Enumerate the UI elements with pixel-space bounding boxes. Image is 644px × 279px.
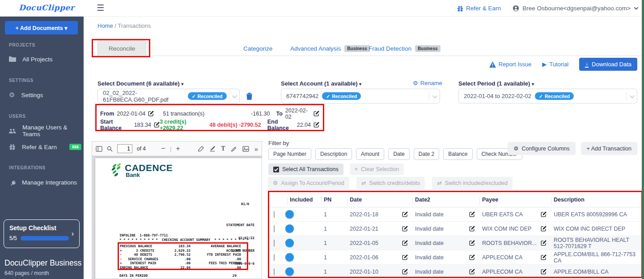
edit-start-balance-icon[interactable]	[154, 122, 160, 128]
folder-icon	[9, 56, 16, 62]
report-issue-button[interactable]: Report Issue	[489, 61, 532, 68]
edit-date2-icon[interactable]	[469, 226, 475, 232]
add-documents-button[interactable]: + Add Documents ▾	[5, 21, 78, 34]
table-row: 1 2022-01-06 Invalid date APPLECOM CA AP…	[269, 250, 641, 265]
shuffle-icon: ⇄	[437, 180, 441, 186]
chevron-down-icon	[634, 6, 639, 11]
row-checkbox[interactable]	[274, 268, 275, 275]
add-transaction-button[interactable]: + Add Transaction	[581, 142, 637, 155]
edit-date2-icon[interactable]	[469, 254, 475, 260]
sidebar-item-manage-users[interactable]: Manage Users & Teams	[0, 124, 84, 137]
cell-pn: 1	[321, 240, 347, 246]
edit-to-date-icon[interactable]	[314, 111, 319, 116]
filter-chip-date2[interactable]: Date 2	[414, 148, 439, 160]
to-date: 2022-02-02	[285, 107, 311, 120]
end-balance: 22.04	[297, 122, 311, 128]
sidebar: + Add Documents ▾ PROJECTS All Projects …	[0, 17, 84, 279]
from-label: From	[100, 111, 114, 117]
edit-date-icon[interactable]	[402, 240, 408, 246]
cadence-bank-logo: CADENCE Bank	[111, 163, 173, 178]
cell-date2: Invalid date	[415, 226, 444, 232]
breadcrumb-home[interactable]: Home	[97, 22, 113, 29]
edit-from-date-icon[interactable]	[148, 111, 154, 116]
text-tool-icon[interactable]: T	[221, 145, 225, 152]
tutorial-button[interactable]: ▶ Tutorial	[542, 61, 568, 68]
plan-pages: 640 pages / month	[4, 270, 49, 276]
filter-chip-page-number[interactable]: Page Number	[268, 148, 311, 160]
cell-description: UBER EATS 8005928996 CA	[551, 211, 641, 218]
edit-date2-icon[interactable]	[469, 211, 475, 217]
edit-payee-icon[interactable]	[541, 211, 547, 217]
sidebar-item-all-projects[interactable]: All Projects	[0, 52, 84, 66]
table-row: 1 2022-01-18 Invalid date UBER EATS CA U…	[269, 207, 641, 222]
gear-icon: ⚙	[413, 80, 418, 86]
row-checkbox[interactable]	[274, 240, 275, 247]
cell-date: 2022-01-05	[350, 240, 378, 246]
tab-advanced-analysis[interactable]: Advanced Analysis Business	[290, 41, 370, 56]
edit-payee-icon[interactable]	[541, 269, 547, 275]
gift-icon	[9, 144, 16, 150]
app-logo[interactable]: DocuClipper	[19, 3, 74, 12]
rename-account-button[interactable]: ⚙ Rename	[413, 80, 442, 86]
select-account-dropdown[interactable]: 6747742942 ✓Reconciled	[281, 89, 440, 103]
users-section-label: USERS	[9, 114, 25, 119]
top-bar: DocuClipper ☰ Refer & Earn Bree Osbourne…	[0, 0, 644, 17]
switch-credits-debits-button[interactable]: ⇄ Switch credits/debits	[356, 177, 425, 189]
cell-description: ROOTS BEHAVIORAL HEALT 512-7071629 T	[551, 237, 641, 249]
filter-chip-date[interactable]: Date	[388, 148, 409, 160]
refer-earn-top-link[interactable]: Refer & Earn	[457, 5, 501, 12]
users-icon	[9, 128, 16, 134]
delete-document-icon[interactable]	[246, 93, 253, 100]
cell-date2: Invalid date	[415, 211, 444, 218]
sidebar-item-refer-earn[interactable]: Refer & Earn $$$	[0, 140, 84, 154]
row-checkbox[interactable]	[274, 254, 275, 261]
edit-payee-icon[interactable]	[541, 226, 547, 232]
col-description: Description	[551, 197, 641, 203]
sidebar-item-settings[interactable]: ⚙ Settings	[0, 88, 84, 102]
page-number-input[interactable]	[117, 144, 132, 153]
gear-icon: ⚙	[513, 145, 518, 152]
edit-payee-icon[interactable]	[541, 254, 547, 260]
select-document-dropdown[interactable]: 02_02_2022-61FB8ECA.G60_PDF.pdf ✓Reconci…	[97, 89, 240, 103]
row-checkbox[interactable]	[274, 211, 275, 218]
image-tool-icon[interactable]	[242, 146, 249, 152]
clear-selection-button[interactable]: × Clear Selection	[350, 163, 404, 175]
select-period-dropdown[interactable]: 2022-01-04 to 2022-02-02 ✓Reconciled	[458, 89, 637, 103]
chevron-down-icon	[233, 93, 237, 98]
sidebar-toggle-icon[interactable]	[96, 146, 102, 152]
hamburger-menu-icon[interactable]: ☰	[97, 3, 104, 13]
edit-date-icon[interactable]	[402, 254, 408, 260]
setup-checklist-card[interactable]: Setup Checklist 5/5 ›	[4, 219, 80, 248]
edit-end-balance-icon[interactable]	[314, 122, 319, 128]
sidebar-item-manage-integrations[interactable]: Manage Integrations	[0, 176, 84, 189]
filter-chip-balance[interactable]: Balance	[443, 148, 472, 160]
search-icon[interactable]	[107, 146, 113, 152]
download-data-button[interactable]: ↓ Download Data	[579, 58, 637, 71]
user-menu[interactable]: Bree Osbourne<dgsenpai@yahoo.com>	[513, 5, 639, 12]
tab-reconcile[interactable]: Reconcile	[97, 41, 146, 56]
more-tools-icon[interactable]: »	[254, 145, 258, 153]
edit-date2-icon[interactable]	[469, 269, 475, 275]
highlight-tool-icon[interactable]	[198, 146, 204, 152]
edit-payee-icon[interactable]	[541, 240, 547, 246]
row-checkbox[interactable]	[274, 225, 275, 232]
edit-date2-icon[interactable]	[469, 240, 475, 246]
filter-chip-amount[interactable]: Amount	[356, 148, 384, 160]
draw-tool-icon[interactable]	[209, 146, 216, 152]
tab-categorize[interactable]: Categorize	[243, 41, 272, 56]
filter-chip-description[interactable]: Description	[315, 148, 352, 160]
ink-tool-icon[interactable]	[231, 146, 237, 152]
edit-date-icon[interactable]	[402, 226, 408, 232]
download-icon: ↓	[585, 61, 589, 68]
cross-icon: ×	[355, 166, 358, 172]
select-all-transactions-button[interactable]: Select All Transactions	[268, 163, 343, 175]
zoom-in-icon[interactable]: +	[176, 145, 180, 153]
statement-days-in-period: DAYS IN PERIOD 29	[119, 274, 237, 278]
tab-fraud-detection[interactable]: Fraud Detection Business	[369, 41, 441, 56]
assign-to-account-period-button[interactable]: ⚙ Assign To Account/Period	[268, 177, 349, 189]
configure-columns-button[interactable]: ⚙ Configure Columns	[508, 142, 575, 155]
switch-included-excluded-button[interactable]: ⇄ Switch included/excluded	[432, 177, 513, 189]
edit-date-icon[interactable]	[402, 269, 408, 275]
edit-date-icon[interactable]	[402, 211, 408, 217]
zoom-out-icon[interactable]: −	[161, 144, 165, 153]
